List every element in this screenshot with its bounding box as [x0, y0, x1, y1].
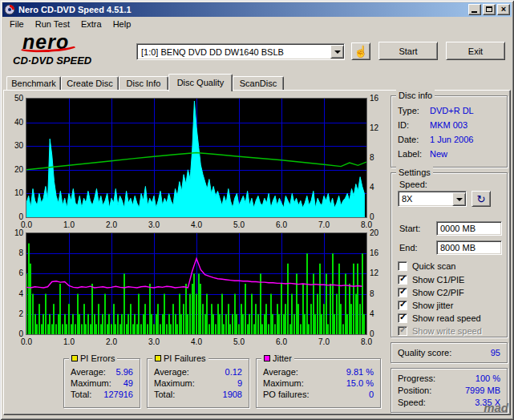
pi-failures-swatch	[155, 355, 161, 361]
quality-score-box: Quality score: 95	[391, 342, 508, 363]
axis-tick-label: 4.0	[185, 220, 208, 229]
menu-help[interactable]: Help	[107, 18, 137, 30]
stat-label: Total:	[154, 390, 175, 399]
chart-plot-area	[26, 233, 366, 334]
eject-button[interactable]: ☝	[351, 42, 370, 60]
speed-select[interactable]: 8X	[398, 191, 467, 207]
refresh-icon: ↻	[477, 193, 486, 205]
disc-label-value: New	[430, 149, 447, 159]
checkbox-label: Show jitter	[412, 301, 453, 310]
refresh-speed-button[interactable]: ↻	[472, 191, 491, 207]
speed-dropdown-button[interactable]	[452, 192, 466, 206]
checkbox-label: Show write speed	[412, 326, 482, 336]
checkbox-box: ✓	[398, 301, 407, 310]
checkbox-box: ✓	[398, 313, 407, 323]
checkbox-box	[398, 261, 407, 271]
drive-select[interactable]: [1:0] BENQ DVD DD DW1640 BSLB	[136, 43, 345, 60]
checkbox-show-write-speed: ✓ Show write speed	[391, 326, 507, 337]
axis-tick-label: 3.0	[143, 220, 165, 229]
close-button[interactable]: ×	[497, 4, 510, 15]
axis-tick-label: 8	[7, 248, 23, 257]
app-window: Nero CD-DVD Speed 4.51.1 × File Run Test…	[0, 0, 514, 420]
tab-scandisc[interactable]: ScanDisc	[233, 76, 284, 91]
stat-label: Maximum:	[71, 378, 111, 388]
axis-tick-label: 2.0	[100, 337, 123, 346]
nero-logo: nero CD·DVD SPEED	[8, 32, 128, 72]
axis-tick-label: 8	[370, 289, 384, 298]
tab-benchmark[interactable]: Benchmark	[6, 76, 61, 91]
title-bar: Nero CD-DVD Speed 4.51.1 ×	[2, 2, 512, 17]
product-name-text: CD·DVD SPEED	[13, 55, 91, 67]
progress-value: 100 %	[476, 374, 500, 383]
speed-select-value: 8X	[399, 194, 452, 204]
checkbox-show-read-speed[interactable]: ✓ Show read speed	[391, 313, 507, 325]
checkbox-show-jitter[interactable]: ✓ Show jitter	[391, 301, 507, 312]
chevron-down-icon	[456, 198, 463, 204]
minimize-button[interactable]	[468, 4, 481, 15]
menu-extra[interactable]: Extra	[75, 18, 107, 30]
scan-start-input[interactable]: 0000 MB	[436, 221, 502, 236]
progress-label: Progress:	[398, 374, 435, 383]
disc-info-title: Disc info	[396, 90, 435, 101]
speed-label: Speed:	[399, 180, 427, 189]
maximize-icon	[486, 6, 492, 12]
position-value: 7999 MB	[465, 386, 500, 395]
exit-button[interactable]: Exit	[446, 42, 505, 60]
chart-plot-area	[26, 99, 366, 217]
drive-select-value: [1:0] BENQ DVD DD DW1640 BSLB	[137, 47, 330, 57]
watermark: mad	[484, 401, 508, 414]
tab-disc-info[interactable]: Disc Info	[119, 76, 168, 91]
check-icon: ✓	[399, 312, 407, 322]
stat-value: 0	[369, 390, 374, 399]
checkbox-quick-scan[interactable]: Quick scan	[391, 261, 507, 273]
statbox-title: PI Errors	[80, 353, 115, 364]
chevron-down-icon	[334, 50, 341, 57]
checkbox-show-c1-pie[interactable]: ✓ Show C1/PIE	[391, 275, 507, 286]
axis-tick-label: 6.0	[270, 220, 293, 229]
checkbox-box: ✓	[398, 288, 407, 297]
tab-disc-quality[interactable]: Disc Quality	[168, 74, 233, 91]
axis-tick-label: 30	[7, 141, 23, 150]
axis-tick-label: 12	[370, 269, 384, 277]
axis-tick-label: 7.0	[313, 337, 335, 346]
check-icon: ✓	[399, 273, 407, 284]
disc-quality-panel: 0102030405004812160.01.02.03.04.05.06.07…	[3, 90, 511, 415]
checkbox-label: Quick scan	[412, 261, 455, 271]
checkbox-show-c2-pif[interactable]: ✓ Show C2/PIF	[391, 288, 507, 299]
stat-value: 5.96	[116, 367, 133, 377]
axis-tick-label: 1.0	[58, 220, 80, 229]
pi-errors-chart: 0102030405004812160.01.02.03.04.05.06.07…	[7, 97, 386, 230]
stat-value: 49	[123, 378, 133, 388]
close-icon: ×	[498, 3, 509, 14]
checkbox-box: ✓	[398, 326, 407, 336]
statbox-title: Jitter	[273, 353, 292, 364]
check-icon: ✓	[399, 299, 407, 309]
tab-create-disc[interactable]: Create Disc	[61, 76, 119, 91]
menu-run-test[interactable]: Run Test	[30, 18, 75, 30]
axis-tick-label: 10	[7, 228, 23, 237]
disc-id-label: ID:	[398, 120, 430, 130]
drive-select-dropdown-button[interactable]	[330, 45, 344, 59]
disc-type-label: Type:	[398, 106, 430, 115]
axis-tick-label: 12	[370, 123, 384, 132]
stat-label: PO failures:	[263, 390, 309, 399]
maximize-button[interactable]	[483, 4, 496, 15]
stat-label: Average:	[263, 367, 298, 377]
window-title: Nero CD-DVD Speed 4.51.1	[18, 5, 467, 14]
stat-value: 15.0 %	[346, 378, 374, 388]
position-label: Position:	[398, 386, 431, 395]
axis-tick-label: 8.0	[355, 337, 378, 346]
start-button[interactable]: Start	[378, 42, 438, 60]
axis-tick-label: 0.0	[15, 337, 38, 346]
scan-end-input[interactable]: 8000 MB	[436, 240, 502, 255]
axis-tick-label: 6.0	[270, 337, 293, 346]
menu-file[interactable]: File	[4, 18, 30, 30]
axis-tick-label: 4	[370, 309, 384, 318]
checkbox-label: Show C2/PIF	[412, 288, 464, 297]
axis-tick-label: 2	[7, 309, 23, 318]
quality-score-label: Quality score:	[398, 348, 451, 357]
axis-tick-label: 5.0	[228, 337, 250, 346]
checkbox-label: Show read speed	[412, 313, 481, 323]
disc-info-group: Disc info Type:DVD+R DL ID:MKM 003 Date:…	[391, 95, 508, 168]
stat-value: 1908	[223, 390, 242, 399]
